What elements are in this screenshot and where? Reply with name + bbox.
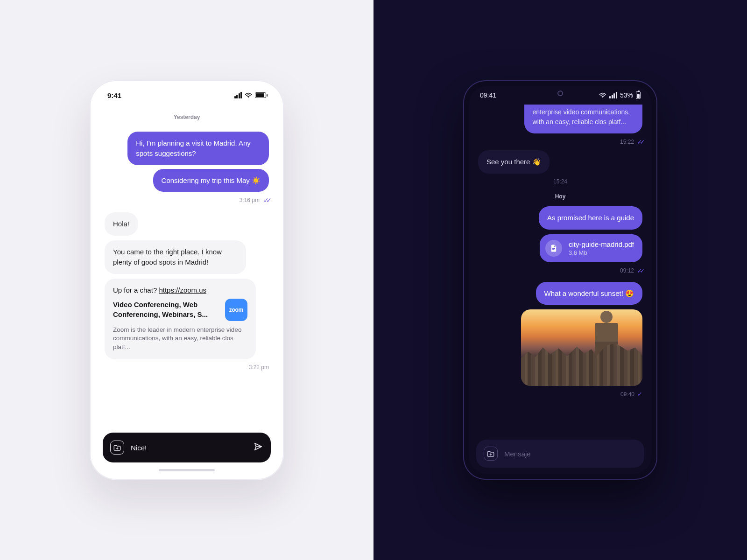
attach-button[interactable] — [110, 441, 124, 455]
battery-icon — [636, 91, 641, 99]
message-received[interactable]: Hola! — [105, 212, 138, 236]
message-input[interactable]: Mensaje — [504, 450, 637, 458]
chat-scroll[interactable]: Yesterday Hi, I'm planning a visit to Ma… — [94, 105, 279, 426]
read-ticks-icon: ✓✓ — [637, 267, 642, 274]
link-preview-card[interactable]: enterprise video communications, with an… — [524, 105, 642, 133]
phone-light: 9:41 Yesterday Hi, I'm planning a visit … — [90, 80, 284, 480]
file-attachment[interactable]: city-guide-madrid.pdf 3.6 Mb — [540, 234, 642, 262]
folder-plus-icon — [113, 443, 121, 452]
message-composer[interactable]: Mensaje — [476, 440, 644, 468]
zoom-app-icon: zoom — [225, 299, 247, 321]
svg-rect-2 — [552, 248, 555, 249]
cell-signal-icon — [609, 92, 617, 98]
link-prompt: Up for a chat? https://zoom.us — [113, 286, 247, 294]
home-indicator — [159, 469, 215, 471]
status-time: 09:41 — [480, 91, 496, 99]
file-icon — [545, 240, 562, 257]
status-time: 9:41 — [107, 91, 121, 99]
svg-point-1 — [603, 97, 604, 98]
phone-dark: 09:41 53% enterprise video communication… — [463, 80, 657, 480]
send-icon — [253, 441, 263, 452]
image-attachment[interactable] — [521, 309, 642, 386]
svg-rect-3 — [552, 249, 555, 250]
dark-panel: 09:41 53% enterprise video communication… — [374, 0, 747, 560]
message-sent[interactable]: As promised here is a guide — [539, 206, 642, 230]
sent-tick-icon: ✓ — [637, 391, 642, 398]
message-sent[interactable]: Considering my trip this May ☀️ — [153, 169, 269, 192]
chat-scroll[interactable]: enterprise video communications, with an… — [469, 105, 652, 434]
message-received[interactable]: See you there 👋 — [478, 150, 550, 174]
cell-signal-icon — [234, 92, 242, 98]
message-timestamp: 15:24 — [553, 178, 567, 185]
link-title: Video Conferencing, Web Conferencing, We… — [113, 300, 219, 319]
message-timestamp: 15:22✓✓ — [620, 138, 642, 146]
file-name: city-guide-madrid.pdf — [569, 240, 634, 248]
message-composer[interactable]: Nice! — [103, 433, 271, 462]
message-timestamp: 3:22 pm — [249, 364, 269, 371]
message-sent[interactable]: Hi, I'm planning a visit to Madrid. Any … — [127, 132, 269, 165]
message-timestamp: 09:40✓ — [620, 391, 642, 398]
battery-percent: 53% — [620, 91, 633, 99]
link-description: Zoom is the leader in modern enterprise … — [113, 326, 247, 352]
read-ticks-icon: ✓✓ — [263, 196, 269, 204]
battery-icon — [255, 92, 266, 98]
message-input[interactable]: Nice! — [131, 444, 247, 452]
message-timestamp: 3:16 pm✓✓ — [240, 196, 269, 204]
notch — [145, 84, 229, 98]
folder-plus-icon — [486, 449, 495, 458]
light-panel: 9:41 Yesterday Hi, I'm planning a visit … — [0, 0, 374, 560]
svg-point-0 — [248, 97, 249, 98]
wifi-icon — [599, 92, 606, 98]
file-size: 3.6 Mb — [569, 249, 634, 256]
link-preview-card[interactable]: Up for a chat? https://zoom.us Video Con… — [105, 279, 256, 360]
link-url[interactable]: https://zoom.us — [159, 286, 206, 294]
date-divider: Yesterday — [105, 114, 269, 120]
attach-button[interactable] — [484, 447, 498, 461]
camera-hole — [557, 91, 563, 96]
message-timestamp: 09:12✓✓ — [620, 267, 642, 274]
date-divider: Hoy — [478, 193, 642, 200]
wifi-icon — [245, 92, 252, 98]
send-button[interactable] — [253, 441, 263, 454]
message-sent[interactable]: What a wonderful sunset! 😍 — [536, 282, 642, 305]
read-ticks-icon: ✓✓ — [637, 138, 642, 146]
message-received[interactable]: You came to the right place. I know plen… — [105, 240, 246, 274]
